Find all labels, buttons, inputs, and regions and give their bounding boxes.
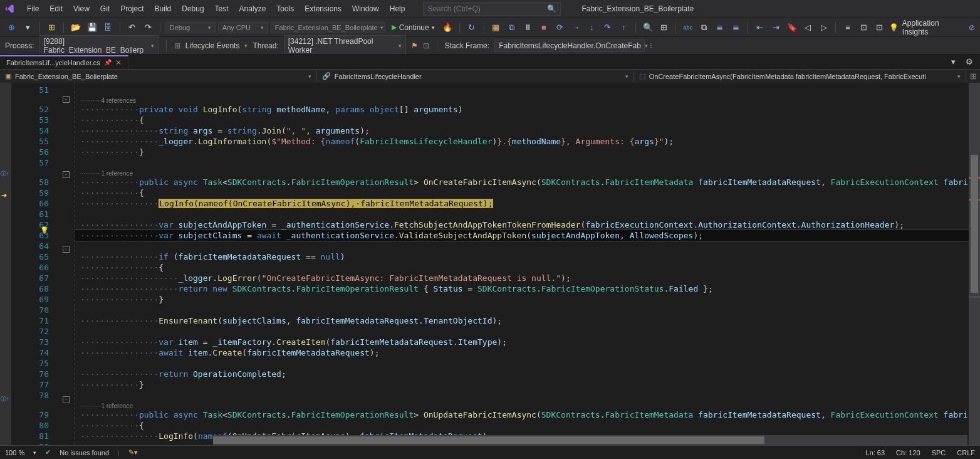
menu-project[interactable]: Project bbox=[115, 2, 149, 16]
ch-indicator[interactable]: Ch: 120 bbox=[896, 449, 920, 456]
pin-icon[interactable]: 📌 bbox=[104, 59, 112, 66]
search-input[interactable] bbox=[427, 4, 547, 13]
horizontal-scrollbar[interactable] bbox=[213, 435, 967, 445]
bookmark-icon[interactable]: 🔖 bbox=[785, 21, 798, 34]
menu-edit[interactable]: Edit bbox=[44, 2, 68, 16]
back-nav-icon[interactable]: ⊕ bbox=[5, 21, 18, 34]
step-into-icon[interactable]: ↓ bbox=[585, 21, 598, 34]
menu-window[interactable]: Window bbox=[347, 2, 384, 16]
code-surface[interactable]: ············4 references············priv… bbox=[75, 83, 969, 451]
help-icon[interactable]: ⊘ bbox=[969, 23, 975, 32]
save-all-icon[interactable]: 🗄 bbox=[101, 21, 114, 34]
intellitr-icon[interactable]: ⊞ bbox=[657, 21, 670, 34]
config-dropdown[interactable]: Debug▾ bbox=[165, 22, 216, 33]
fold-column[interactable]: − − − − 💡 bbox=[60, 83, 75, 451]
flag-icon[interactable]: ⚑ bbox=[411, 41, 418, 50]
indent-left-icon[interactable]: ⇤ bbox=[753, 21, 766, 34]
thread-dropdown[interactable]: [34212] .NET ThreadPool Worker▾ bbox=[284, 35, 406, 56]
method-icon: ⬚ bbox=[639, 72, 645, 80]
menu-debug[interactable]: Debug bbox=[177, 2, 209, 16]
stack-label: Stack Frame: bbox=[445, 41, 489, 50]
stack-dropdown[interactable]: FabricItemsLifecycleHandler.OnCreateFab▾ bbox=[494, 40, 645, 52]
thread-label: Thread: bbox=[253, 41, 278, 50]
fold-toggle[interactable]: − bbox=[63, 96, 70, 103]
startup-dropdown[interactable]: Fabric_Extension_BE_Boilerplate▾ bbox=[271, 22, 385, 33]
hot-reload-icon[interactable]: 🔥 bbox=[441, 21, 454, 34]
nav-class-dropdown[interactable]: 🔗 FabricItemsLifecycleHandler▾ bbox=[317, 71, 634, 82]
breakpoint-margin[interactable]: ⓘ↑ ➔ ⓘ↑ bbox=[0, 83, 11, 451]
open-icon[interactable]: 📂 bbox=[69, 21, 82, 34]
hscroll-thumb[interactable] bbox=[213, 436, 764, 444]
split-icon[interactable]: ⊞ bbox=[966, 70, 980, 83]
menu-tools[interactable]: Tools bbox=[271, 2, 299, 16]
lineending-indicator[interactable]: CRLF bbox=[957, 449, 975, 456]
tab-fabricitemslifecyclehandler[interactable]: FabricItemsLif...ycleHandler.cs 📌 ✕ bbox=[0, 55, 128, 69]
nav-method-dropdown[interactable]: ⬚ OnCreateFabricItemAsync(FabricItemMeta… bbox=[634, 71, 966, 82]
save-icon[interactable]: 💾 bbox=[85, 21, 98, 34]
info-marker-icon: ⓘ↑ bbox=[1, 170, 9, 178]
vs-logo-icon bbox=[3, 2, 16, 16]
continue-button[interactable]: ▶Continue▾ bbox=[388, 22, 439, 33]
restart-icon[interactable]: ↻ bbox=[465, 21, 478, 34]
menu-help[interactable]: Help bbox=[385, 2, 410, 16]
vertical-scrollbar[interactable] bbox=[969, 83, 980, 451]
fold-toggle[interactable]: − bbox=[63, 396, 70, 403]
menu-build[interactable]: Build bbox=[150, 2, 177, 16]
check-icon: ✔ bbox=[45, 448, 51, 456]
indent-right-icon[interactable]: ⇥ bbox=[769, 21, 782, 34]
menu-extensions[interactable]: Extensions bbox=[300, 2, 347, 16]
lightbulb-icon[interactable]: 💡 bbox=[40, 226, 49, 235]
document-tabs: FabricItemsLif...ycleHandler.cs 📌 ✕ ▾ ⚙ bbox=[0, 54, 980, 69]
uncomment-icon[interactable]: ≣ bbox=[729, 21, 742, 34]
menu-file[interactable]: File bbox=[22, 2, 44, 16]
menu-analyze[interactable]: Analyze bbox=[234, 2, 271, 16]
comment-icon[interactable]: ≣ bbox=[713, 21, 726, 34]
script-icon[interactable]: ⧉ bbox=[505, 21, 518, 34]
quick-info-icon[interactable]: ⊡ bbox=[873, 21, 886, 34]
stop-icon[interactable]: ■ bbox=[537, 21, 550, 34]
step-over-icon[interactable]: ↷ bbox=[601, 21, 614, 34]
issues-status[interactable]: No issues found bbox=[60, 449, 109, 456]
fold-toggle[interactable]: − bbox=[63, 246, 70, 253]
abc-icon[interactable]: abc bbox=[681, 21, 694, 34]
app-insights[interactable]: 💡 Application Insights ⊘ bbox=[889, 19, 975, 36]
browser-icon[interactable]: ▦ bbox=[489, 21, 503, 34]
next-bm-icon[interactable]: ▷ bbox=[817, 21, 830, 34]
menu-view[interactable]: View bbox=[68, 2, 95, 16]
process-label: Process: bbox=[5, 41, 34, 50]
search-box[interactable]: 🔍 bbox=[423, 2, 561, 16]
tab-dropdown-icon[interactable]: ▾ bbox=[946, 55, 960, 69]
thread-icon[interactable]: ⊡ bbox=[423, 41, 429, 50]
code-editor[interactable]: ⓘ↑ ➔ ⓘ↑ 51525354555657585960616263646566… bbox=[0, 83, 980, 451]
undo-icon[interactable]: ↶ bbox=[125, 21, 138, 34]
member-list-icon[interactable]: ≡ bbox=[841, 21, 854, 34]
menu-git[interactable]: Git bbox=[95, 2, 115, 16]
step-next-icon[interactable]: → bbox=[569, 21, 582, 34]
break-all-icon[interactable]: ⏸ bbox=[521, 21, 534, 34]
fold-toggle[interactable]: − bbox=[63, 171, 70, 178]
lifecycle-label[interactable]: Lifecycle Events bbox=[185, 41, 240, 50]
scroll-thumb[interactable] bbox=[971, 155, 978, 293]
new-icon[interactable]: ⊞ bbox=[45, 21, 58, 34]
customize-icon[interactable]: ⁝ bbox=[650, 41, 652, 50]
snippet-icon[interactable]: ⧉ bbox=[697, 21, 710, 34]
zoom-level[interactable]: 100 % bbox=[5, 449, 24, 456]
refresh-icon[interactable]: ⟳ bbox=[553, 21, 566, 34]
map-marker bbox=[969, 296, 980, 298]
redo-icon[interactable]: ↷ bbox=[141, 21, 154, 34]
process-dropdown[interactable]: [9288] Fabric_Extension_BE_Boilerp▾ bbox=[39, 35, 159, 56]
menu-bar: File Edit View Git Project Build Debug T… bbox=[0, 0, 980, 18]
nav-project-dropdown[interactable]: ▣ Fabric_Extension_BE_Boilerplate▾ bbox=[0, 71, 317, 82]
tool-icon[interactable]: ✎▾ bbox=[128, 448, 138, 456]
platform-dropdown[interactable]: Any CPU▾ bbox=[218, 22, 268, 33]
find-icon[interactable]: 🔍 bbox=[641, 21, 654, 34]
param-info-icon[interactable]: ⊡ bbox=[857, 21, 870, 34]
prev-bm-icon[interactable]: ◁ bbox=[801, 21, 814, 34]
indent-indicator[interactable]: SPC bbox=[932, 449, 946, 456]
menu-test[interactable]: Test bbox=[210, 2, 234, 16]
close-tab-icon[interactable]: ✕ bbox=[115, 58, 122, 67]
ln-indicator[interactable]: Ln: 63 bbox=[866, 449, 885, 456]
gear-icon[interactable]: ⚙ bbox=[962, 55, 976, 69]
fwd-nav-icon[interactable]: ▾ bbox=[21, 21, 34, 34]
step-out-icon[interactable]: ↑ bbox=[617, 21, 630, 34]
